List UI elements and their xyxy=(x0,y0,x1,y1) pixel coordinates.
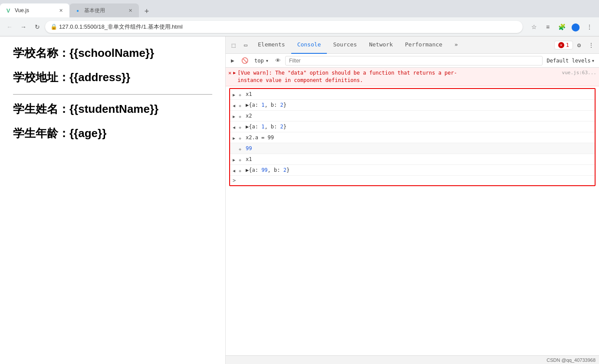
tab-sources[interactable]: Sources xyxy=(327,36,363,54)
page-content: 学校名称：{{schoolName}} 学校地址：{{address}} 学生姓… xyxy=(0,36,226,364)
tab-favicon-basic: ● xyxy=(75,7,81,13)
row-content-obj2: ▶{a: 1, b: 2} xyxy=(246,123,592,131)
console-play-icon[interactable]: ▶ xyxy=(227,56,238,66)
row-expand-x1[interactable]: ▶ xyxy=(233,92,237,98)
row-content-99: 99 xyxy=(246,144,592,152)
row-expand-obj3[interactable]: ◀ xyxy=(233,167,237,174)
error-count-icon: ✕ xyxy=(558,42,564,48)
context-arrow-icon: ▾ xyxy=(266,58,269,64)
reload-button[interactable]: ↻ xyxy=(31,21,43,33)
tab-title-vue: Vue.js xyxy=(15,7,54,13)
row-content-x1b: x1 xyxy=(246,155,592,163)
row-content-x2: x2 xyxy=(246,112,592,120)
page-layout: 学校名称：{{schoolName}} 学校地址：{{address}} 学生姓… xyxy=(0,36,599,364)
levels-arrow-icon: ▾ xyxy=(592,58,595,64)
error-icon: ✕ xyxy=(228,70,231,76)
row-expand-x1b[interactable]: ▶ xyxy=(233,157,237,163)
back-button[interactable]: ← xyxy=(3,21,16,33)
error-badge[interactable]: ✕ 1 xyxy=(554,41,573,49)
error-text: [Vue warn]: The "data" option should be … xyxy=(237,69,560,84)
account-icon[interactable]: ⬤ xyxy=(569,21,582,33)
console-row-x1b: ▶ ◈ x1 xyxy=(230,154,595,165)
tab-performance[interactable]: Performance xyxy=(399,36,448,54)
row-content-x2a: x2.a = 99 xyxy=(246,134,592,141)
tune-icon[interactable]: ≡ xyxy=(542,21,554,33)
console-log-area: ▶ ◈ x1 ◀ ◈ ▶{a: 1, b: 2} ▶ ◈ x2 xyxy=(229,88,596,186)
console-toolbar: ▶ 🚫 top ▾ 👁 Default levels ▾ xyxy=(226,54,599,68)
console-row-result99: ◈ 99 xyxy=(230,143,595,154)
row-expand-x2[interactable]: ▶ xyxy=(233,113,237,120)
context-value: top xyxy=(254,58,264,64)
inspect-element-icon[interactable]: ⬚ xyxy=(227,39,240,51)
tab-basic[interactable]: ● 基本使用 ✕ xyxy=(69,3,139,17)
tab-title-basic: 基本使用 xyxy=(84,7,123,14)
console-prompt: > xyxy=(233,177,236,184)
bottom-bar: CSDN @qq_40733968 xyxy=(226,355,599,364)
row-copy-x1[interactable]: ◈ xyxy=(239,92,244,98)
device-mode-icon[interactable]: ▭ xyxy=(240,39,252,51)
forward-button[interactable]: → xyxy=(17,21,30,33)
console-input-row: > xyxy=(230,176,595,185)
console-row-x2a: ▶ ◈ x2.a = 99 xyxy=(230,132,595,143)
row-copy-obj1[interactable]: ◈ xyxy=(239,102,244,109)
student-name: 学生姓名：{{studentName}} xyxy=(13,101,212,117)
console-row-x2: ▶ ◈ x2 xyxy=(230,111,595,121)
school-name: 学校名称：{{schoolName}} xyxy=(13,45,212,61)
address-input[interactable]: 🔒 127.0.0.1:5500/18_非单文件组件/1.基本使用.html xyxy=(45,21,523,33)
devtools-panel: ⬚ ▭ Elements Console Sources Network Per… xyxy=(226,36,599,364)
row-expand-x2a[interactable]: ▶ xyxy=(233,135,237,141)
tab-vue[interactable]: V Vue.js ✕ xyxy=(0,3,69,17)
console-eye-icon[interactable]: 👁 xyxy=(273,56,283,66)
devtools-toolbar: ⬚ ▭ Elements Console Sources Network Per… xyxy=(226,36,599,54)
console-clear-icon[interactable]: 🚫 xyxy=(240,56,250,66)
student-age: 学生年龄：{{age}} xyxy=(13,125,212,141)
row-copy-obj3[interactable]: ◈ xyxy=(239,167,244,174)
error-expand-arrow[interactable]: ▶ xyxy=(233,70,236,75)
tab-console[interactable]: Console xyxy=(291,36,327,54)
console-error-row: ✕ ▶ [Vue warn]: The "data" option should… xyxy=(226,68,599,86)
tab-favicon-vue: V xyxy=(5,7,11,13)
browser-chrome: V Vue.js ✕ ● 基本使用 ✕ + ← → ↻ 🔒 127.0.0.1:… xyxy=(0,0,599,36)
divider xyxy=(13,94,212,95)
watermark-text: CSDN @qq_40733968 xyxy=(455,357,596,363)
console-row-obj1: ◀ ◈ ▶{a: 1, b: 2} xyxy=(230,100,595,111)
row-content-obj3: ▶{a: 99, b: 2} xyxy=(246,166,592,174)
address-text: 127.0.0.1:5500/18_非单文件组件/1.基本使用.html xyxy=(59,21,517,33)
row-content-x1: x1 xyxy=(246,90,592,98)
tab-network[interactable]: Network xyxy=(363,36,399,54)
browser-toolbar: ☆ ≡ 🧩 ⬤ ⋮ xyxy=(528,21,596,33)
tab-close-basic[interactable]: ✕ xyxy=(127,7,134,14)
console-row-obj3: ◀ ◈ ▶{a: 99, b: 2} xyxy=(230,165,595,176)
error-count: 1 xyxy=(566,42,569,48)
address-bar: ← → ↻ 🔒 127.0.0.1:5500/18_非单文件组件/1.基本使用.… xyxy=(0,17,599,36)
tab-elements[interactable]: Elements xyxy=(252,36,291,54)
more-options-icon[interactable]: ⋮ xyxy=(583,21,596,33)
row-copy-x2a[interactable]: ◈ xyxy=(239,135,244,141)
row-content-obj1: ▶{a: 1, b: 2} xyxy=(246,101,592,109)
console-output: ✕ ▶ [Vue warn]: The "data" option should… xyxy=(226,68,599,364)
filter-input[interactable] xyxy=(285,56,543,66)
row-copy-obj2[interactable]: ◈ xyxy=(239,124,244,131)
levels-label: Default levels xyxy=(547,58,591,64)
tab-close-vue[interactable]: ✕ xyxy=(57,7,64,14)
devtools-more-icon[interactable]: ⋮ xyxy=(585,39,597,51)
row-expand-obj2[interactable]: ◀ xyxy=(233,124,237,131)
console-row-x1: ▶ ◈ x1 xyxy=(230,89,595,100)
context-selector[interactable]: top ▾ xyxy=(252,57,271,65)
devtools-settings-icon[interactable]: ⚙ xyxy=(573,39,585,51)
row-copy-x2[interactable]: ◈ xyxy=(239,113,244,120)
school-address: 学校地址：{{address}} xyxy=(13,69,212,85)
tab-bar: V Vue.js ✕ ● 基本使用 ✕ + xyxy=(0,0,599,17)
extensions-icon[interactable]: 🧩 xyxy=(556,21,568,33)
console-row-obj2: ◀ ◈ ▶{a: 1, b: 2} xyxy=(230,121,595,132)
tab-more[interactable]: » xyxy=(448,36,464,54)
row-copy-99[interactable]: ◈ xyxy=(239,146,244,152)
error-link[interactable]: vue.js:63... xyxy=(562,70,596,75)
new-tab-button[interactable]: + xyxy=(141,5,153,17)
bookmark-icon[interactable]: ☆ xyxy=(528,21,540,33)
row-expand-obj1[interactable]: ◀ xyxy=(233,102,237,109)
row-copy-x1b[interactable]: ◈ xyxy=(239,157,244,163)
levels-selector[interactable]: Default levels ▾ xyxy=(544,57,597,65)
